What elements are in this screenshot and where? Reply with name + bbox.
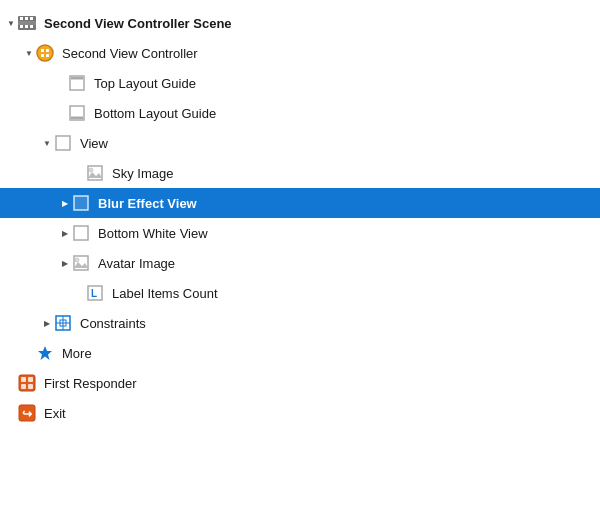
image-icon (72, 254, 90, 272)
tree-item-label: Exit (44, 406, 66, 421)
svg-rect-17 (56, 136, 70, 150)
svg-point-25 (75, 258, 79, 262)
svg-text:L: L (91, 288, 97, 299)
svg-text:↪: ↪ (22, 407, 32, 421)
tree-item-label: Second View Controller Scene (44, 16, 232, 31)
tree-row[interactable]: More (0, 338, 600, 368)
svg-rect-22 (74, 226, 88, 240)
constraints-icon (54, 314, 72, 332)
image-icon (86, 164, 104, 182)
tree-item-label: Second View Controller (62, 46, 198, 61)
svg-rect-9 (41, 49, 44, 52)
tree-item-label: View (80, 136, 108, 151)
svg-rect-37 (28, 384, 33, 389)
disclosure-triangle[interactable] (58, 226, 72, 240)
svg-rect-21 (74, 196, 88, 210)
tree-row[interactable]: Blur Effect View (0, 188, 600, 218)
tree-item-label: Bottom White View (98, 226, 208, 241)
tree-item-label: Label Items Count (112, 286, 218, 301)
top-layout-guide-icon (68, 74, 86, 92)
tree-row[interactable]: Second View Controller Scene (0, 8, 600, 38)
disclosure-triangle[interactable] (22, 46, 36, 60)
svg-rect-2 (25, 17, 28, 20)
disclosure-triangle[interactable] (40, 316, 54, 330)
tree-row[interactable]: L Label Items Count (0, 278, 600, 308)
svg-rect-34 (21, 377, 26, 382)
tree-item-label: First Responder (44, 376, 136, 391)
svg-marker-32 (38, 346, 52, 360)
svg-rect-12 (46, 54, 49, 57)
disclosure-triangle[interactable] (40, 136, 54, 150)
tree-item-label: More (62, 346, 92, 361)
tree-container: Second View Controller Scene Second View… (0, 0, 600, 436)
svg-rect-5 (25, 25, 28, 28)
tree-item-label: Top Layout Guide (94, 76, 196, 91)
tree-row[interactable]: View (0, 128, 600, 158)
svg-rect-6 (30, 25, 33, 28)
disclosure-triangle[interactable] (4, 16, 18, 30)
tree-item-label: Sky Image (112, 166, 173, 181)
svg-rect-11 (41, 54, 44, 57)
svg-rect-36 (21, 384, 26, 389)
tree-row[interactable]: Constraints (0, 308, 600, 338)
disclosure-triangle[interactable] (58, 196, 72, 210)
svg-rect-4 (20, 25, 23, 28)
tree-row[interactable]: Bottom White View (0, 218, 600, 248)
exit-icon: ↪ (18, 404, 36, 422)
svg-rect-14 (71, 77, 83, 80)
tree-item-label: Bottom Layout Guide (94, 106, 216, 121)
svg-rect-1 (20, 17, 23, 20)
tree-item-label: Avatar Image (98, 256, 175, 271)
tree-row[interactable]: First Responder (0, 368, 600, 398)
tree-item-label: Constraints (80, 316, 146, 331)
svg-rect-3 (30, 17, 33, 20)
svg-point-8 (37, 45, 53, 61)
disclosure-triangle[interactable] (58, 256, 72, 270)
svg-rect-10 (46, 49, 49, 52)
tree-row[interactable]: Avatar Image (0, 248, 600, 278)
tree-row[interactable]: Second View Controller (0, 38, 600, 68)
view-icon (72, 194, 90, 212)
tree-row[interactable]: Bottom Layout Guide (0, 98, 600, 128)
tree-row[interactable]: ↪ Exit (0, 398, 600, 428)
star-icon (36, 344, 54, 362)
scene-icon (18, 14, 36, 32)
view-icon (72, 224, 90, 242)
tree-item-label: Blur Effect View (98, 196, 197, 211)
svg-rect-16 (71, 117, 83, 120)
svg-rect-35 (28, 377, 33, 382)
viewcontroller-icon (36, 44, 54, 62)
view-icon (54, 134, 72, 152)
tree-row[interactable]: Sky Image (0, 158, 600, 188)
tree-row[interactable]: Top Layout Guide (0, 68, 600, 98)
svg-rect-7 (18, 21, 36, 25)
responder-icon (18, 374, 36, 392)
label-icon: L (86, 284, 104, 302)
svg-point-20 (89, 168, 93, 172)
bottom-layout-guide-icon (68, 104, 86, 122)
